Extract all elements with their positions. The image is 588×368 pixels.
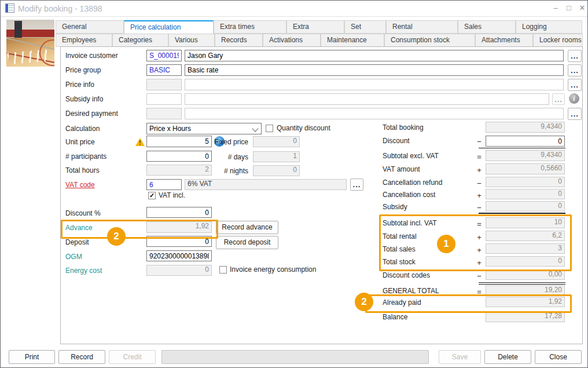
price-group-code-field[interactable] [146, 64, 182, 76]
tab-maintenance[interactable]: Maintenance [321, 34, 384, 47]
credit-button: Credit [109, 350, 156, 364]
tab-employees[interactable]: Employees [56, 34, 112, 47]
subtotal-incl-label: Subtotal incl. VAT [383, 219, 437, 227]
tab-set[interactable]: Set [344, 20, 386, 34]
price-info-lookup-button[interactable]: ... [568, 79, 582, 91]
deposit-field[interactable] [146, 236, 212, 247]
minimize-icon[interactable]: – [550, 3, 561, 13]
subtotal-excl-label: Subtotal excl. VAT [383, 152, 439, 160]
calculation-label: Calculation [65, 125, 100, 133]
tab-extra[interactable]: Extra [286, 20, 344, 34]
vat-code-field[interactable] [146, 179, 182, 190]
days-label: # days [192, 153, 248, 161]
subtotal-excl-op: = [475, 152, 483, 161]
annotation-badge-2: 2 [107, 227, 126, 246]
ogm-field[interactable] [146, 250, 212, 261]
save-button: Save [439, 350, 481, 364]
tab-activations[interactable]: Activations [263, 34, 321, 47]
maximize-icon[interactable]: □ [564, 3, 574, 13]
tab-sales[interactable]: Sales [458, 20, 516, 34]
tab-logging[interactable]: Logging [516, 20, 582, 34]
vat-lookup-button[interactable]: ... [350, 178, 363, 191]
balance-field: 17,28 [486, 311, 565, 322]
total-stock-op: + [475, 258, 483, 267]
fixed-price-field: 0 [253, 136, 300, 147]
calculation-dropdown[interactable]: Price x Hours [146, 123, 262, 134]
modify-booking-dialog: Modify booking - 13898 – □ ✕ General Pri… [0, 0, 588, 368]
desired-payment-lookup-button[interactable]: ... [568, 108, 582, 120]
invoice-customer-name-field[interactable] [185, 50, 564, 61]
ogm-label: OGM [65, 253, 82, 261]
subtotal-excl-field: 9,4340 [486, 150, 565, 161]
days-field: 1 [253, 151, 300, 162]
tab-general[interactable]: General [56, 20, 124, 34]
delete-button[interactable]: Delete [484, 350, 531, 364]
general-total-label: GENERAL TOTAL [383, 287, 439, 295]
discount-field[interactable] [486, 136, 565, 147]
total-stock-field: 0 [486, 256, 565, 267]
close-button[interactable]: Close [535, 350, 582, 364]
subtotal-incl-op: = [475, 220, 483, 228]
tab-price-calculation[interactable]: Price calculation [124, 20, 214, 34]
booking-icon [5, 3, 14, 13]
already-paid-field: 1,92 [486, 297, 565, 307]
vat-code-label[interactable]: VAT code [65, 181, 95, 189]
discount-codes-label: Discount codes [383, 271, 430, 279]
cancellation-refund-field: 0 [486, 177, 565, 187]
total-stock-label: Total stock [383, 258, 416, 266]
cancellation-cost-label: Cancellation cost [383, 191, 435, 199]
tab-locker-rooms[interactable]: Locker rooms [533, 34, 583, 47]
vat-amount-op: + [475, 166, 483, 174]
total-booking-field: 9,4340 [486, 122, 565, 133]
cancellation-cost-op: + [475, 191, 483, 200]
nights-field: 0 [253, 165, 300, 176]
total-rental-field: 6,2 [486, 231, 565, 241]
vat-name-field: 6% VAT [185, 179, 347, 190]
annotation-badge-1: 1 [437, 235, 455, 253]
participants-label: # participants [65, 152, 106, 161]
record-button[interactable]: Record [58, 350, 105, 364]
quantity-discount-checkbox[interactable] [266, 125, 273, 132]
tab-consumption-stock[interactable]: Consumption stock [384, 34, 475, 47]
close-icon[interactable]: ✕ [577, 3, 587, 13]
tab-rental[interactable]: Rental [386, 20, 458, 34]
price-group-lookup-button[interactable]: ... [568, 64, 582, 76]
chevron-down-icon [252, 125, 258, 132]
invoice-customer-code-field[interactable] [146, 50, 182, 61]
sum-line [479, 213, 565, 214]
tab-records[interactable]: Records [215, 34, 263, 47]
fixed-price-label: Fixed price [192, 138, 248, 146]
invoice-energy-checkbox[interactable] [219, 266, 227, 274]
tab-extra-times[interactable]: Extra times [214, 20, 286, 34]
price-info-label: Price info [65, 81, 94, 89]
tab-various[interactable]: Various [168, 34, 215, 47]
cancellation-cost-field: 0 [486, 189, 565, 199]
vat-incl-checkbox[interactable]: ✓ [148, 192, 156, 199]
subsidy-field: 0 [486, 201, 565, 212]
price-group-label: Price group [65, 66, 101, 74]
tab-attachments[interactable]: Attachments [475, 34, 533, 47]
subsidy-info-name-field[interactable] [185, 93, 549, 105]
subsidy-info-code-field[interactable] [146, 93, 182, 105]
discount-pct-field[interactable] [146, 207, 212, 218]
window-title: Modify booking - 13898 [18, 4, 102, 13]
desired-payment-name-field[interactable] [185, 108, 564, 119]
nights-label: # nights [192, 167, 248, 175]
cancellation-refund-label: Cancellation refund [383, 178, 442, 187]
advance-label: Advance [65, 224, 93, 232]
price-info-name-field[interactable] [185, 79, 564, 90]
title-bar: Modify booking - 13898 – □ ✕ [1, 1, 587, 17]
energy-cost-label: Energy cost [65, 267, 102, 275]
invoice-customer-lookup-button[interactable]: ... [568, 50, 582, 62]
price-info-code-field [146, 79, 182, 90]
advance-field: 1,92 [146, 221, 212, 233]
discount-op: − [475, 137, 483, 146]
subsidy-info-label: Subsidy info [65, 95, 103, 103]
vat-amount-label: VAT amount [383, 165, 420, 173]
price-group-name-field[interactable] [185, 64, 564, 76]
tab-categories[interactable]: Categories [112, 34, 168, 47]
record-advance-button[interactable]: Record advance [216, 221, 278, 234]
print-button[interactable]: Print [9, 350, 55, 364]
record-deposit-button[interactable]: Record deposit [216, 236, 278, 249]
vat-amount-field: 0,5660 [486, 163, 565, 174]
